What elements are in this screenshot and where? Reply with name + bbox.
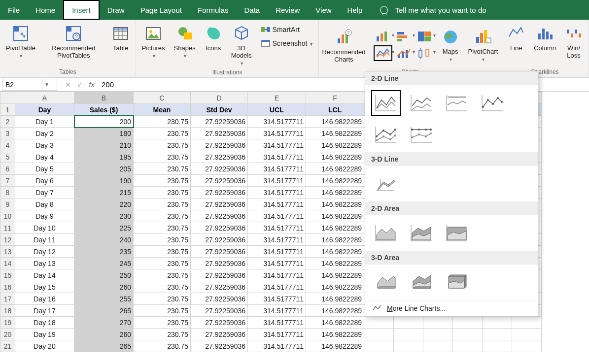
maps-button[interactable]: Maps	[440, 25, 461, 64]
cell[interactable]: 146.9822289	[306, 175, 364, 187]
cell[interactable]	[394, 317, 423, 329]
cell[interactable]: 27.92259036	[191, 234, 248, 246]
row-header-2[interactable]: 2	[0, 116, 15, 128]
cell[interactable]: Mean	[134, 104, 191, 116]
chart-type-hierarchy[interactable]: ▾	[417, 31, 432, 42]
cell[interactable]: UCL	[248, 104, 306, 116]
area-chart-100-stacked[interactable]	[444, 222, 470, 244]
row-header-16[interactable]: 16	[0, 281, 15, 293]
sparkline-line-button[interactable]: Line	[505, 22, 527, 53]
cell[interactable]: 27.92259036	[191, 139, 248, 151]
cell[interactable]: 146.9822289	[306, 222, 364, 234]
select-all-corner[interactable]	[0, 92, 15, 104]
cell[interactable]: 314.5177711	[248, 258, 306, 269]
cancel-formula-button[interactable]: ✕	[62, 81, 74, 89]
cell[interactable]: 230.75	[134, 305, 191, 317]
cell[interactable]: 27.92259036	[191, 163, 248, 175]
cell[interactable]: 27.92259036	[191, 187, 248, 199]
cell[interactable]	[483, 340, 512, 352]
cell[interactable]: 27.92259036	[191, 116, 248, 128]
cell[interactable]: 230.75	[134, 199, 191, 210]
cell[interactable]: Day 14	[15, 269, 74, 281]
cell[interactable]: 314.5177711	[248, 305, 306, 317]
sparkline-winloss-button[interactable]: Win/ Loss	[563, 22, 585, 60]
row-header-12[interactable]: 12	[0, 234, 15, 246]
cell[interactable]: 314.5177711	[248, 116, 306, 128]
column-header-B[interactable]: B	[74, 92, 134, 104]
line-chart-basic[interactable]	[373, 92, 399, 114]
cell[interactable]: 146.9822289	[306, 234, 364, 246]
cell[interactable]: Day 11	[15, 234, 74, 246]
row-header-4[interactable]: 4	[0, 139, 15, 151]
cell[interactable]: 27.92259036	[191, 340, 248, 352]
name-box[interactable]: ▼	[2, 79, 57, 91]
fx-button[interactable]: fx	[86, 81, 98, 89]
row-header-14[interactable]: 14	[0, 258, 15, 269]
tab-view[interactable]: View	[308, 0, 339, 20]
cell[interactable]: 230.75	[134, 329, 191, 340]
cell[interactable]: 230.75	[134, 222, 191, 234]
smartart-button[interactable]: SmartArt	[259, 24, 315, 35]
cell[interactable]: 230.75	[134, 210, 191, 222]
chart-type-bar[interactable]: ▾	[396, 31, 411, 42]
cell[interactable]: 230.75	[134, 175, 191, 187]
cell[interactable]: Day 10	[15, 222, 74, 234]
pictures-button[interactable]: Pictures	[140, 22, 167, 68]
cell[interactable]: 27.92259036	[191, 222, 248, 234]
chart-type-combo[interactable]: ▾	[396, 47, 411, 59]
cell[interactable]: 146.9822289	[306, 329, 364, 340]
line-chart-3d[interactable]	[373, 173, 399, 195]
cell[interactable]: 314.5177711	[248, 199, 306, 210]
cell[interactable]: 230.75	[134, 293, 191, 305]
cell[interactable]: Day 6	[15, 175, 74, 187]
icons-button[interactable]: Icons	[203, 22, 224, 68]
cell[interactable]: 220	[74, 199, 134, 210]
row-header-7[interactable]: 7	[0, 175, 15, 187]
cell[interactable]: 146.9822289	[306, 246, 364, 258]
cell[interactable]: 230.75	[134, 340, 191, 352]
cell[interactable]: 190	[74, 175, 134, 187]
table-button[interactable]: Table	[110, 22, 132, 53]
cell[interactable]: Day 4	[15, 151, 74, 163]
cell[interactable]	[512, 329, 542, 340]
cell[interactable]: 146.9822289	[306, 305, 364, 317]
row-header-13[interactable]: 13	[0, 246, 15, 258]
cell[interactable]: 27.92259036	[191, 281, 248, 293]
cell[interactable]: 180	[74, 128, 134, 139]
line-chart-stacked[interactable]	[409, 92, 434, 114]
cell[interactable]	[453, 329, 483, 340]
cell[interactable]	[364, 340, 394, 352]
cell[interactable]: 255	[74, 293, 134, 305]
cell[interactable]: 27.92259036	[191, 258, 248, 269]
column-header-E[interactable]: E	[248, 92, 306, 104]
cell[interactable]: 265	[74, 305, 134, 317]
cell[interactable]: 245	[74, 258, 134, 269]
cell[interactable]: 146.9822289	[306, 269, 364, 281]
cell[interactable]: 314.5177711	[248, 246, 306, 258]
cell[interactable]: 27.92259036	[191, 210, 248, 222]
tell-me[interactable]: Tell me what you want to do	[380, 0, 486, 20]
more-line-charts[interactable]: More Line Charts...	[365, 300, 538, 316]
column-header-A[interactable]: A	[15, 92, 74, 104]
cell[interactable]: 314.5177711	[248, 151, 306, 163]
cell[interactable]	[394, 329, 423, 340]
row-header-15[interactable]: 15	[0, 269, 15, 281]
cell[interactable]: Day 16	[15, 293, 74, 305]
tab-help[interactable]: Help	[340, 0, 371, 20]
row-header-5[interactable]: 5	[0, 151, 15, 163]
cell[interactable]: 314.5177711	[248, 139, 306, 151]
line-chart-stacked-markers[interactable]	[373, 124, 399, 145]
tab-review[interactable]: Review	[268, 0, 308, 20]
cell[interactable]: 230.75	[134, 234, 191, 246]
line-chart-100-stacked-markers[interactable]	[409, 124, 434, 145]
cell[interactable]: 210	[74, 139, 134, 151]
row-header-19[interactable]: 19	[0, 317, 15, 329]
cell[interactable]: Day 3	[15, 139, 74, 151]
cell[interactable]: 146.9822289	[306, 199, 364, 210]
line-chart-markers[interactable]	[480, 92, 505, 114]
cell[interactable]	[483, 329, 512, 340]
row-header-3[interactable]: 3	[0, 128, 15, 139]
row-header-11[interactable]: 11	[0, 222, 15, 234]
cell[interactable]: 230.75	[134, 258, 191, 269]
cell[interactable]: 314.5177711	[248, 329, 306, 340]
